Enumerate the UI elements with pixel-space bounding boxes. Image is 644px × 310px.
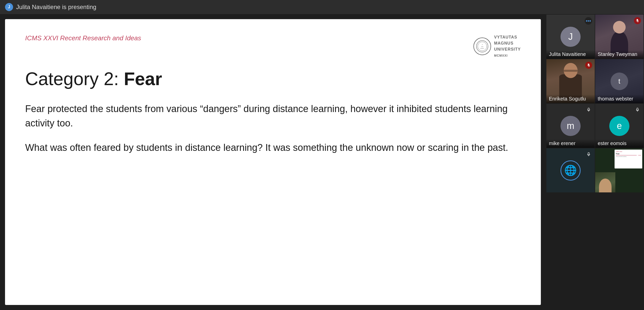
- slide-header: ICMS XXVI Recent Research and Ideas ✦ VM…: [25, 34, 521, 58]
- slide-content: ICMS XXVI Recent Research and Ideas ✦ VM…: [5, 19, 541, 305]
- slide-body: Fear protected the students from various…: [25, 102, 521, 165]
- participant-tile-slideperson[interactable]: ICMS XXVI Fear Fear protected students..…: [595, 148, 643, 192]
- participant-name-thomas: thomas webster: [595, 94, 643, 103]
- slide-area: ICMS XXVI Recent Research and Ideas ✦ VM…: [0, 14, 546, 310]
- participant-tile-ester[interactable]: e ester eomois: [595, 104, 643, 148]
- mute-indicator-globe: [585, 151, 592, 158]
- mute-indicator-slideperson: [634, 151, 641, 158]
- slide-paragraph-2: What was often feared by students in dis…: [25, 141, 521, 155]
- participant-tile-enriketa[interactable]: Enriketa Sogutlu: [546, 59, 595, 103]
- globe-icon: 🌐: [560, 160, 581, 181]
- mute-indicator-stanley: [634, 17, 641, 24]
- mute-indicator-ester: [634, 106, 641, 113]
- top-bar: J Julita Navaitiene is presenting: [0, 0, 644, 14]
- participant-name-mike: mike erener: [546, 139, 595, 148]
- participants-sidebar: J ••• Julita Navaitiene Stanley Tweyman: [546, 14, 644, 310]
- university-logo: ✦ VMU MCMXXI VYTAUTASMAGNUSUNIVERSITYMCM…: [473, 34, 521, 58]
- avatar-ester: e: [609, 116, 629, 136]
- participant-tile-globe[interactable]: 🌐: [546, 148, 595, 192]
- presenter-avatar: J: [5, 3, 13, 11]
- main-area: ICMS XXVI Recent Research and Ideas ✦ VM…: [0, 14, 644, 310]
- avatar-julita: J: [560, 27, 581, 47]
- mute-indicator-enriketa: [585, 62, 592, 69]
- participant-tile-thomas[interactable]: t thomas webster: [595, 59, 643, 103]
- university-name: VYTAUTASMAGNUSUNIVERSITYMCMXXI: [494, 34, 521, 58]
- slide-title: Category 2: Fear: [25, 68, 521, 89]
- svg-text:✦: ✦: [482, 44, 483, 45]
- presenter-label: Julita Navaitiene is presenting: [16, 4, 96, 11]
- participant-tile-mike[interactable]: m mike erener: [546, 104, 595, 148]
- options-button-julita[interactable]: •••: [585, 17, 592, 25]
- slide-subtitle: ICMS XXVI Recent Research and Ideas: [25, 34, 141, 42]
- avatar-mike: m: [560, 116, 581, 136]
- participant-name-stanley: Stanley Tweyman: [595, 50, 643, 59]
- participant-tile-julita[interactable]: J ••• Julita Navaitiene: [546, 15, 595, 59]
- tile-video-slideperson: ICMS XXVI Fear Fear protected students..…: [595, 148, 643, 192]
- participant-name-ester: ester eomois: [595, 139, 643, 148]
- participant-tile-stanley[interactable]: Stanley Tweyman: [595, 15, 643, 59]
- slide-paragraph-1: Fear protected the students from various…: [25, 102, 521, 130]
- participant-name-enriketa: Enriketa Sogutlu: [546, 94, 595, 103]
- svg-text:VMU: VMU: [481, 46, 484, 47]
- tile-video-globe: 🌐: [546, 148, 595, 192]
- participant-name-julita: Julita Navaitiene: [546, 50, 595, 59]
- mute-indicator-mike: [585, 106, 592, 113]
- university-seal: ✦ VMU MCMXXI: [473, 38, 491, 55]
- svg-text:MCMXXI: MCMXXI: [480, 48, 484, 49]
